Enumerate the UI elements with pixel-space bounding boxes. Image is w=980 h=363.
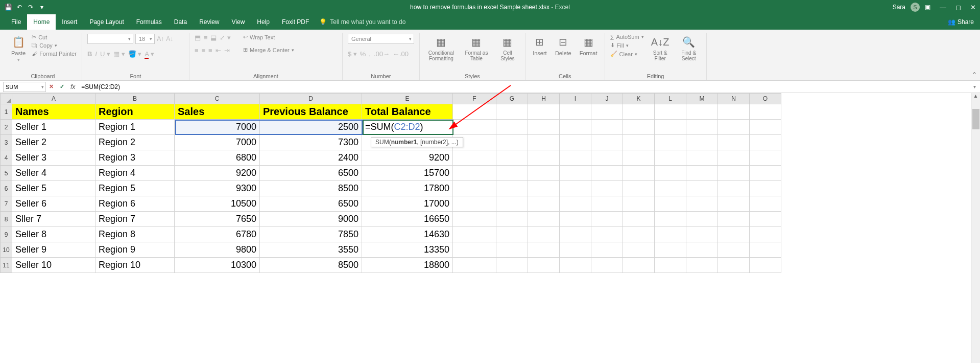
align-center-icon[interactable]: ≡: [201, 47, 205, 54]
cell[interactable]: [528, 212, 560, 227]
cell[interactable]: [560, 258, 591, 273]
column-header[interactable]: I: [560, 93, 591, 104]
fill-color-button[interactable]: 🪣 ▾: [128, 50, 142, 58]
cell[interactable]: [453, 120, 496, 135]
cell[interactable]: [591, 181, 623, 196]
column-header[interactable]: F: [453, 93, 496, 104]
user-avatar[interactable]: S: [911, 3, 920, 12]
cell[interactable]: Seller 10: [12, 258, 95, 273]
column-header[interactable]: O: [750, 93, 781, 104]
cell[interactable]: [623, 150, 655, 166]
collapse-ribbon-icon[interactable]: ⌃: [972, 71, 977, 78]
cell[interactable]: [496, 120, 528, 135]
cell[interactable]: 15700: [362, 166, 453, 181]
cell[interactable]: [591, 150, 623, 166]
column-header[interactable]: C: [175, 93, 260, 104]
cell[interactable]: [496, 258, 528, 273]
cell[interactable]: [655, 242, 686, 258]
column-header[interactable]: A: [12, 93, 95, 104]
sort-filter-button[interactable]: A↓ZSort & Filter: [648, 34, 673, 62]
cell[interactable]: [686, 258, 718, 273]
cell-styles-button[interactable]: ▦Cell Styles: [495, 34, 520, 62]
row-header[interactable]: 3: [0, 135, 12, 150]
cell[interactable]: [560, 212, 591, 227]
cell[interactable]: 2500: [260, 120, 362, 135]
share-button[interactable]: 👥 Share: [948, 18, 974, 26]
tab-view[interactable]: View: [226, 14, 251, 30]
column-header[interactable]: H: [528, 93, 560, 104]
cell[interactable]: [591, 120, 623, 135]
cell[interactable]: [686, 227, 718, 242]
cell[interactable]: 16650: [362, 212, 453, 227]
cell[interactable]: [718, 258, 750, 273]
cell[interactable]: [750, 227, 781, 242]
cell[interactable]: [591, 135, 623, 150]
cell[interactable]: [686, 120, 718, 135]
fill-button[interactable]: ⬇Fill▾: [610, 42, 644, 49]
cell[interactable]: [686, 181, 718, 196]
cell[interactable]: Previous Balance: [260, 104, 362, 120]
clear-button[interactable]: 🧹Clear▾: [610, 51, 644, 57]
cell[interactable]: [623, 166, 655, 181]
font-color-button[interactable]: A ▾: [145, 50, 154, 58]
cell[interactable]: [655, 104, 686, 120]
cell[interactable]: [686, 166, 718, 181]
cell[interactable]: [750, 166, 781, 181]
cell[interactable]: [496, 150, 528, 166]
cell[interactable]: Total Balance: [362, 104, 453, 120]
cell[interactable]: 9200: [362, 150, 453, 166]
tab-formulas[interactable]: Formulas: [130, 14, 168, 30]
italic-button[interactable]: I: [95, 50, 97, 58]
cell[interactable]: [718, 181, 750, 196]
cell[interactable]: [496, 196, 528, 212]
cell[interactable]: [655, 135, 686, 150]
tell-me-search[interactable]: 💡 Tell me what you want to do: [319, 18, 405, 26]
cell[interactable]: [560, 150, 591, 166]
cell[interactable]: Region 7: [95, 212, 175, 227]
cell[interactable]: [750, 150, 781, 166]
cell[interactable]: [496, 104, 528, 120]
column-header[interactable]: B: [95, 93, 175, 104]
row-header[interactable]: 9: [0, 227, 12, 242]
name-box[interactable]: SUM: [3, 82, 46, 92]
cell[interactable]: 8500: [260, 181, 362, 196]
cell[interactable]: 7300: [260, 135, 362, 150]
cell[interactable]: [718, 227, 750, 242]
vertical-scrollbar[interactable]: ▲: [971, 93, 980, 363]
cell[interactable]: [686, 242, 718, 258]
cell[interactable]: Seller 5: [12, 181, 95, 196]
cancel-formula-icon[interactable]: ✕: [49, 83, 54, 90]
cell[interactable]: [591, 104, 623, 120]
decrease-decimal-icon[interactable]: ←.00: [393, 50, 409, 58]
underline-button[interactable]: U ▾: [100, 50, 110, 58]
cell[interactable]: [623, 135, 655, 150]
cell[interactable]: [560, 196, 591, 212]
cell[interactable]: Seller 8: [12, 227, 95, 242]
cell[interactable]: [623, 258, 655, 273]
tab-file[interactable]: File: [5, 14, 27, 30]
number-format-select[interactable]: General: [348, 34, 414, 44]
find-select-button[interactable]: 🔍Find & Select: [677, 34, 701, 62]
align-middle-icon[interactable]: ≡: [204, 34, 208, 41]
cell[interactable]: [591, 212, 623, 227]
cell[interactable]: [686, 212, 718, 227]
cell[interactable]: [528, 104, 560, 120]
cell[interactable]: [496, 181, 528, 196]
cell[interactable]: Region 1: [95, 120, 175, 135]
cell[interactable]: 13350: [362, 242, 453, 258]
cell[interactable]: Region 3: [95, 150, 175, 166]
autosum-button[interactable]: ∑AutoSum▾: [610, 34, 644, 40]
cell[interactable]: Region 9: [95, 242, 175, 258]
cell[interactable]: 7000: [175, 120, 260, 135]
cell[interactable]: [655, 181, 686, 196]
enter-formula-icon[interactable]: ✓: [60, 83, 64, 90]
row-header[interactable]: 5: [0, 166, 12, 181]
insert-cells-button[interactable]: ⊞Insert: [531, 34, 549, 57]
cell[interactable]: [591, 227, 623, 242]
column-header[interactable]: L: [655, 93, 686, 104]
cell[interactable]: [655, 196, 686, 212]
column-header[interactable]: D: [260, 93, 362, 104]
cell[interactable]: [655, 258, 686, 273]
tab-page-layout[interactable]: Page Layout: [83, 14, 130, 30]
cell[interactable]: 8500: [260, 258, 362, 273]
